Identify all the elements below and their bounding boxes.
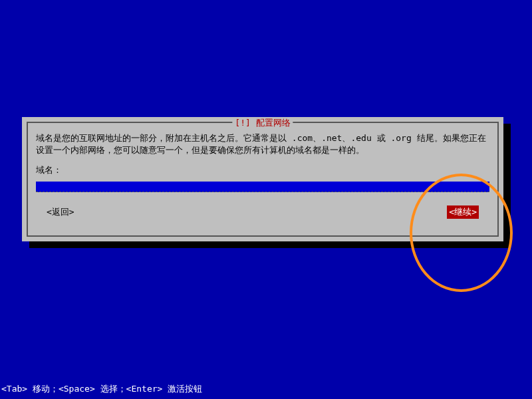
network-config-dialog: [!] 配置网络 域名是您的互联网地址的一部分，附加在主机名之后。它通常是以 .… xyxy=(22,117,503,241)
footer-keyboard-hint: <Tab> 移动；<Space> 选择；<Enter> 激活按钮 xyxy=(1,383,202,395)
domain-input[interactable] xyxy=(36,182,489,192)
continue-button[interactable]: <继续> xyxy=(447,205,479,219)
dialog-description: 域名是您的互联网地址的一部分，附加在主机名之后。它通常是以 .com、.net、… xyxy=(36,132,489,156)
domain-field-label: 域名： xyxy=(36,164,489,176)
back-button[interactable]: <返回> xyxy=(47,206,74,218)
button-row: <返回> <继续> xyxy=(36,205,489,219)
dialog-inner: [!] 配置网络 域名是您的互联网地址的一部分，附加在主机名之后。它通常是以 .… xyxy=(27,122,499,237)
dialog-title: [!] 配置网络 xyxy=(232,117,293,129)
